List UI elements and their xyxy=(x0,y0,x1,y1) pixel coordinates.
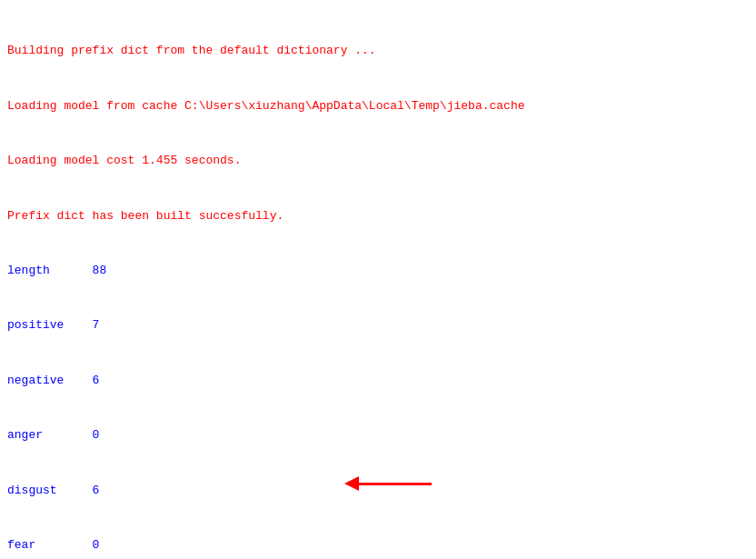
header-line-4: Prefix dict has been built succesfully. xyxy=(7,207,749,225)
stat-length: length 88 xyxy=(7,262,749,280)
console-output: Building prefix dict from the default di… xyxy=(0,0,756,559)
stat-positive: positive 7 xyxy=(7,316,749,334)
arrow-head-icon xyxy=(344,476,359,491)
arrow-indicator xyxy=(345,476,432,491)
header-line-2: Loading model from cache C:\Users\xiuzha… xyxy=(7,97,749,115)
header-line-1: Building prefix dict from the default di… xyxy=(7,42,749,60)
arrow-line xyxy=(359,483,432,485)
stat-negative: negative 6 xyxy=(7,372,749,390)
header-line-3: Loading model cost 1.455 seconds. xyxy=(7,152,749,170)
stat-fear: fear 0 xyxy=(7,536,749,554)
stat-anger: anger 0 xyxy=(7,426,749,444)
